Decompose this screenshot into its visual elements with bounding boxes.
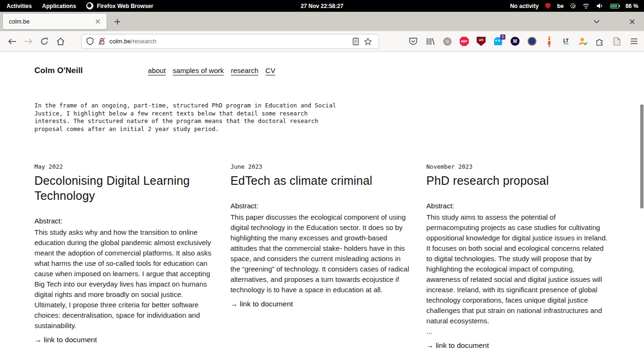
abstract-label: Abstract: — [426, 201, 608, 211]
abstract-text: This study asks why and how the transiti… — [34, 227, 216, 331]
focused-app-label: Firefox Web Browser — [97, 3, 153, 9]
mastodon-icon[interactable]: M — [510, 36, 520, 46]
ghostery-icon[interactable]: 0 — [493, 36, 503, 46]
article-phd-proposal: November 2023 PhD research proposal Abst… — [426, 163, 608, 350]
article-title: PhD research proposal — [426, 173, 608, 188]
lighthouse-icon[interactable] — [544, 36, 554, 46]
gray-ball-extension-icon[interactable] — [442, 36, 452, 46]
web-page-content: Colm O'Neill about samples of work resea… — [0, 52, 644, 362]
reload-button[interactable] — [37, 34, 52, 49]
reader-view-icon[interactable] — [349, 35, 362, 48]
adblock-plus-icon[interactable]: ABP — [459, 36, 469, 46]
nav-link-about[interactable]: about — [148, 66, 166, 74]
page-scrollbar-thumb[interactable] — [640, 105, 644, 208]
red-shield-icon[interactable] — [545, 3, 551, 9]
bookmark-star-icon[interactable] — [362, 35, 374, 48]
languagetool-icon[interactable]: LT — [561, 36, 571, 46]
article-title: Decolonising Digital Learning Technology — [34, 173, 216, 203]
insecure-lock-icon[interactable] — [98, 37, 106, 45]
activity-status-label[interactable]: No activity — [510, 3, 539, 9]
pocket-icon[interactable] — [408, 36, 418, 46]
sidebar-page-icon[interactable] — [612, 36, 622, 46]
gnome-top-bar: Activities Applications Firefox Web Brow… — [0, 0, 644, 12]
tab-title: colm.be — [9, 18, 92, 25]
keyboard-layout-indicator[interactable]: be — [557, 3, 564, 9]
ublock-origin-icon[interactable]: uO — [476, 36, 486, 46]
nav-link-research[interactable]: research — [231, 66, 258, 74]
url-domain: colm.be — [109, 38, 131, 45]
firefox-icon — [86, 2, 93, 9]
abstract-label: Abstract: — [34, 216, 216, 226]
nav-link-samples-of-work[interactable]: samples of work — [173, 66, 223, 74]
article-date: November 2023 — [426, 163, 608, 170]
activities-button[interactable]: Activities — [7, 3, 32, 9]
article-date: May 2022 — [34, 163, 216, 170]
wifi-icon[interactable] — [582, 3, 590, 9]
home-button[interactable] — [53, 34, 68, 49]
tab-close-icon[interactable] — [92, 16, 103, 27]
app-menu-hamburger-icon[interactable] — [629, 36, 639, 46]
clock[interactable]: 27 Nov 22:58:27 — [301, 3, 344, 9]
abstract-text: This paper discusses the ecological comp… — [231, 212, 413, 295]
articles-grid: May 2022 Decolonising Digital Learning T… — [0, 133, 644, 350]
applications-menu[interactable]: Applications — [42, 3, 76, 9]
link-to-document[interactable]: → link to document — [426, 341, 489, 350]
navigation-toolbar: colm.be/research ABP uO 0 M LT — [0, 31, 644, 52]
browser-tab[interactable]: colm.be — [3, 14, 107, 29]
url-path: /research — [131, 38, 157, 45]
tab-bar: colm.be — [0, 12, 644, 31]
extension-toolbar: ABP uO 0 M LT — [408, 36, 639, 46]
abstract-text: This study aims to assess the potential … — [426, 212, 608, 326]
forward-button[interactable] — [21, 34, 36, 49]
article-decolonising: May 2022 Decolonising Digital Learning T… — [34, 163, 216, 350]
nav-link-cv[interactable]: CV — [265, 66, 275, 74]
battery-icon[interactable] — [610, 4, 619, 8]
url-text: colm.be/research — [109, 38, 349, 45]
list-all-tabs-chevron-icon[interactable] — [590, 16, 603, 28]
new-tab-button[interactable] — [111, 16, 124, 28]
battery-percent[interactable]: 86 % — [626, 3, 638, 9]
eu-consent-icon[interactable] — [527, 36, 537, 46]
volume-icon[interactable] — [596, 3, 603, 9]
ghostery-badge: 0 — [500, 34, 505, 40]
intro-paragraph: In the frame of an ongoing, part-time, s… — [34, 102, 610, 133]
article-date: June 2023 — [231, 163, 413, 170]
back-button[interactable] — [5, 34, 20, 49]
link-to-document[interactable]: → link to document — [34, 336, 97, 344]
abstract-label: Abstract: — [231, 201, 413, 211]
site-header: Colm O'Neill about samples of work resea… — [0, 52, 644, 75]
site-title: Colm O'Neill — [34, 66, 83, 75]
article-title: EdTech as climate criminal — [231, 173, 413, 188]
extensions-puzzle-icon[interactable] — [595, 36, 605, 46]
article-edtech: June 2023 EdTech as climate criminal Abs… — [231, 163, 413, 350]
close-window-icon[interactable] — [626, 16, 638, 28]
account-check-icon[interactable] — [578, 36, 588, 46]
tracking-protection-shield-icon[interactable] — [86, 37, 94, 45]
abstract-ellipsis: ... — [426, 326, 608, 337]
library-icon[interactable] — [425, 36, 435, 46]
gear-icon[interactable] — [570, 3, 576, 8]
focused-app-menu[interactable]: Firefox Web Browser — [86, 2, 153, 9]
url-bar[interactable]: colm.be/research — [81, 34, 379, 49]
link-to-document[interactable]: → link to document — [231, 300, 293, 308]
site-nav: about samples of work research CV — [148, 66, 275, 74]
